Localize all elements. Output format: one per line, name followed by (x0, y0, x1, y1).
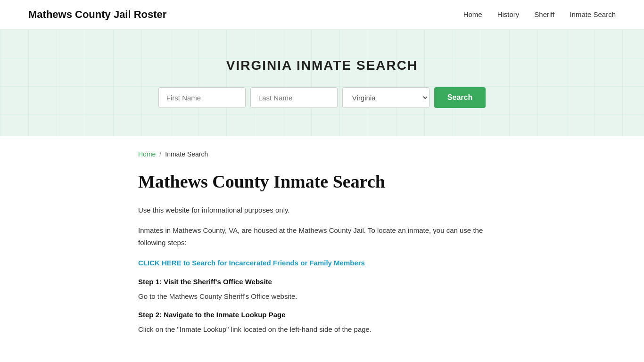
first-name-input[interactable] (158, 87, 246, 108)
intro-paragraph-1: Use this website for informational purpo… (138, 204, 506, 216)
site-title: Mathews County Jail Roster (28, 8, 166, 21)
breadcrumb-current: Inmate Search (165, 150, 208, 158)
search-friends-family-link[interactable]: CLICK HERE to Search for Incarcerated Fr… (138, 259, 365, 267)
last-name-input[interactable] (250, 87, 338, 108)
search-button[interactable]: Search (434, 87, 486, 108)
step1-heading: Step 1: Visit the Sheriff's Office Websi… (138, 278, 506, 286)
nav-link-inmate-search[interactable]: Inmate Search (570, 10, 616, 18)
intro-paragraph-2: Inmates in Mathews County, VA, are house… (138, 224, 506, 248)
nav-link-history[interactable]: History (497, 10, 520, 18)
page-title: Mathews County Inmate Search (138, 171, 506, 193)
nav-link-home[interactable]: Home (463, 10, 482, 18)
main-content: Home / Inmate Search Mathews County Inma… (110, 136, 534, 362)
hero-title: VIRGINIA INMATE SEARCH (9, 58, 635, 73)
step1-text: Go to the Mathews County Sheriff's Offic… (138, 290, 506, 303)
nav-item-history[interactable]: History (497, 10, 520, 19)
main-nav: Home History Sheriff Inmate Search (463, 10, 616, 19)
hero-section: VIRGINIA INMATE SEARCH Virginia Alabama … (0, 30, 644, 136)
inmate-search-form: Virginia Alabama Alaska Arizona Californ… (9, 87, 635, 108)
nav-item-home[interactable]: Home (463, 10, 482, 19)
nav-link-sheriff[interactable]: Sheriff (534, 10, 554, 18)
state-select[interactable]: Virginia Alabama Alaska Arizona Californ… (342, 87, 429, 108)
breadcrumb: Home / Inmate Search (138, 150, 506, 158)
nav-list: Home History Sheriff Inmate Search (463, 10, 616, 19)
site-header: Mathews County Jail Roster Home History … (0, 0, 644, 30)
step2-heading: Step 2: Navigate to the Inmate Lookup Pa… (138, 311, 506, 319)
nav-item-inmate-search[interactable]: Inmate Search (570, 10, 616, 19)
breadcrumb-separator: / (159, 150, 161, 158)
step2-text: Click on the "Inmate Lookup" link locate… (138, 323, 506, 336)
search-link-paragraph: CLICK HERE to Search for Incarcerated Fr… (138, 257, 506, 269)
nav-item-sheriff[interactable]: Sheriff (534, 10, 554, 19)
breadcrumb-home-link[interactable]: Home (138, 150, 156, 158)
